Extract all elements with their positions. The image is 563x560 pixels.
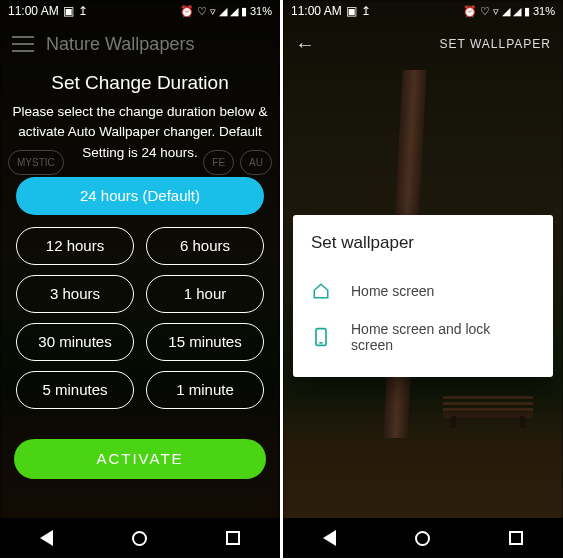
- phone-icon: [311, 327, 331, 347]
- signal-icon: ◢: [230, 5, 238, 18]
- option-label: Home screen and lock screen: [351, 321, 535, 353]
- option-3-hours[interactable]: 3 hours: [16, 275, 134, 313]
- dialog-title: Set wallpaper: [311, 233, 535, 253]
- status-time: 11:00 AM: [8, 4, 59, 18]
- heart-icon: ♡: [197, 5, 207, 18]
- status-bar: 11:00 AM ▣ ↥ ⏰ ♡ ▿ ◢ ◢ ▮ 31%: [283, 0, 563, 22]
- modal-description: Please select the change duration below …: [10, 102, 270, 163]
- menu-icon[interactable]: [12, 36, 34, 52]
- option-label: Home screen: [351, 283, 434, 299]
- upload-icon: ↥: [361, 4, 371, 18]
- nav-recent-icon[interactable]: [509, 531, 523, 545]
- set-wallpaper-action[interactable]: SET WALLPAPER: [440, 37, 551, 51]
- app-title: Nature Wallpapers: [46, 34, 194, 55]
- home-icon: [311, 281, 331, 301]
- option-6-hours[interactable]: 6 hours: [146, 227, 264, 265]
- wallpaper-header: ← SET WALLPAPER: [283, 22, 563, 66]
- signal-icon: ◢: [513, 5, 521, 18]
- image-icon: ▣: [346, 4, 357, 18]
- option-grid: 12 hours 6 hours 3 hours 1 hour 30 minut…: [10, 227, 270, 409]
- option-1-hour[interactable]: 1 hour: [146, 275, 264, 313]
- option-15-minutes[interactable]: 15 minutes: [146, 323, 264, 361]
- android-nav-bar: [0, 518, 280, 558]
- heart-icon: ♡: [480, 5, 490, 18]
- option-1-minute[interactable]: 1 minute: [146, 371, 264, 409]
- battery-icon: ▮: [241, 5, 247, 18]
- option-home-and-lock[interactable]: Home screen and lock screen: [311, 311, 535, 363]
- nav-home-icon[interactable]: [132, 531, 147, 546]
- battery-percent: 31%: [250, 5, 272, 17]
- status-time: 11:00 AM: [291, 4, 342, 18]
- image-icon: ▣: [63, 4, 74, 18]
- phone-right: 11:00 AM ▣ ↥ ⏰ ♡ ▿ ◢ ◢ ▮ 31% ← SET WALLP…: [283, 0, 563, 558]
- android-nav-bar: [283, 518, 563, 558]
- nav-recent-icon[interactable]: [226, 531, 240, 545]
- signal-icon: ◢: [502, 5, 510, 18]
- set-wallpaper-dialog: Set wallpaper Home screen Home screen an…: [293, 215, 553, 377]
- option-30-minutes[interactable]: 30 minutes: [16, 323, 134, 361]
- battery-percent: 31%: [533, 5, 555, 17]
- option-home-screen[interactable]: Home screen: [311, 271, 535, 311]
- duration-modal: Set Change Duration Please select the ch…: [0, 72, 280, 409]
- modal-title: Set Change Duration: [10, 72, 270, 94]
- wifi-icon: ▿: [493, 5, 499, 18]
- phone-left: 11:00 AM ▣ ↥ ⏰ ♡ ▿ ◢ ◢ ▮ 31% Nature Wall…: [0, 0, 280, 558]
- alarm-icon: ⏰: [180, 5, 194, 18]
- option-default[interactable]: 24 hours (Default): [16, 177, 264, 215]
- status-bar: 11:00 AM ▣ ↥ ⏰ ♡ ▿ ◢ ◢ ▮ 31%: [0, 0, 280, 22]
- battery-icon: ▮: [524, 5, 530, 18]
- park-bench: [443, 388, 533, 428]
- app-header: Nature Wallpapers: [0, 22, 280, 66]
- alarm-icon: ⏰: [463, 5, 477, 18]
- back-arrow-icon[interactable]: ←: [295, 33, 315, 56]
- nav-back-icon[interactable]: [323, 530, 336, 546]
- nav-home-icon[interactable]: [415, 531, 430, 546]
- signal-icon: ◢: [219, 5, 227, 18]
- wifi-icon: ▿: [210, 5, 216, 18]
- option-5-minutes[interactable]: 5 minutes: [16, 371, 134, 409]
- option-12-hours[interactable]: 12 hours: [16, 227, 134, 265]
- activate-button[interactable]: ACTIVATE: [14, 439, 266, 479]
- nav-back-icon[interactable]: [40, 530, 53, 546]
- upload-icon: ↥: [78, 4, 88, 18]
